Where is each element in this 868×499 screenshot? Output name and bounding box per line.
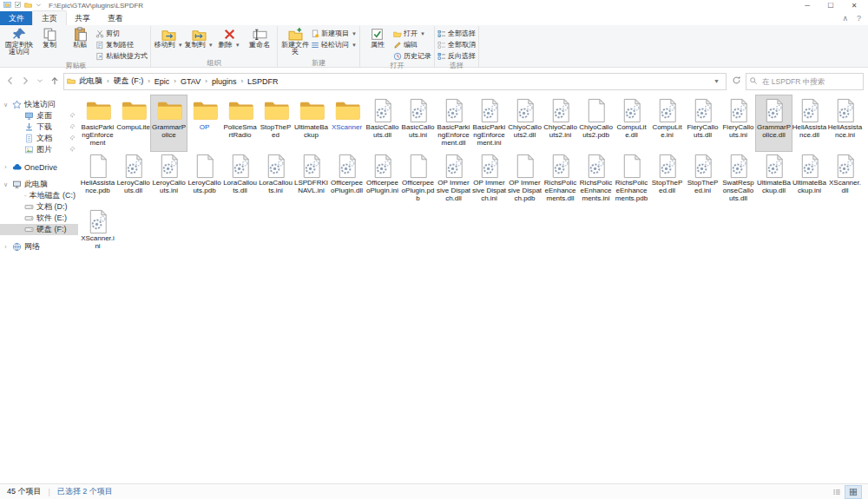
file-BasicParkingEnforcement.ini[interactable]: BasicParkingEnforcement.ini [471, 95, 507, 151]
up-button[interactable] [49, 76, 61, 88]
folder-StopThePed[interactable]: StopThePed [258, 95, 293, 151]
view-list-button[interactable] [829, 486, 845, 498]
select-none-button[interactable]: 全部取消 [437, 40, 476, 49]
file-OP Immersive Dispatch.dll[interactable]: OP Immersive Dispatch.dll [436, 151, 471, 207]
file-OP Immersive Dispatch.ini[interactable]: OP Immersive Dispatch.ini [471, 151, 507, 207]
qat-dropdown-button[interactable] [35, 1, 43, 10]
new-item-button[interactable]: 新建项目▼ [311, 29, 357, 38]
sidebar-item-documents[interactable]: 文档 [0, 133, 78, 144]
tab-tab-共享[interactable]: 共享 [66, 11, 99, 25]
qat-folder-button[interactable] [24, 1, 32, 10]
search-box[interactable] [746, 73, 864, 90]
sidebar-item-pictures[interactable]: 图片 [0, 144, 78, 155]
pin-to-quick-access-button[interactable]: 固定到快速访问 [4, 26, 34, 56]
sidebar-item-quick-access[interactable]: ∨快速访问 [0, 99, 78, 110]
paste-shortcut-button[interactable]: 粘贴快捷方式 [95, 51, 148, 61]
file-HeliAssistance.pdb[interactable]: HeliAssistance.pdb [80, 151, 115, 207]
expand-chevron-icon[interactable]: ∨ [2, 102, 10, 108]
rename-button[interactable]: 重命名 [245, 26, 274, 49]
close-button[interactable]: ✕ [844, 0, 865, 11]
file-LeroyCallouts.dll[interactable]: LeroyCallouts.dll [115, 151, 151, 207]
file-RichsPoliceEnhancements.pdb[interactable]: RichsPoliceEnhancements.pdb [614, 151, 649, 207]
refresh-button[interactable] [729, 76, 743, 87]
file-XScanner.ini[interactable]: XScanner.ini [80, 207, 115, 262]
sidebar-item-desktop[interactable]: 桌面 [0, 110, 78, 121]
tab-home-主页[interactable]: 主页 [33, 11, 66, 25]
sidebar-item-downloads[interactable]: 下载 [0, 121, 78, 133]
file-UltimateBackup.ini[interactable]: UltimateBackup.ini [792, 151, 827, 207]
file-FieryCallouts.dll[interactable]: FieryCallouts.dll [685, 95, 720, 151]
ribbon-collapse-icon[interactable]: ∧ [842, 14, 848, 23]
sidebar-item-network[interactable]: ›网络 [0, 241, 78, 253]
select-all-button[interactable]: 全部选择 [437, 29, 476, 38]
file-XScanner.dll[interactable]: XScanner.dll [827, 151, 863, 207]
explorer-button[interactable] [3, 1, 11, 10]
breadcrumb-item-GTAV[interactable]: GTAV [177, 77, 204, 86]
file-RichsPoliceEnhancements.ini[interactable]: RichsPoliceEnhancements.ini [578, 151, 614, 207]
file-RichsPoliceEnhancements.dll[interactable]: RichsPoliceEnhancements.dll [542, 151, 578, 207]
file-ChiyoCallouts2.ini[interactable]: ChiyoCallouts2.ini [542, 95, 578, 151]
file-CompuLite.ini[interactable]: CompuLite.ini [649, 95, 685, 151]
maximize-button[interactable]: ☐ [820, 0, 841, 11]
file-FieryCallouts.ini[interactable]: FieryCallouts.ini [720, 95, 756, 151]
breadcrumb-item-plugins[interactable]: plugins [208, 77, 240, 86]
open-button[interactable]: 打开▼ [393, 29, 431, 38]
file-LSPDFRKINAVL.ini[interactable]: LSPDFRKINAVL.ini [293, 151, 329, 207]
copy-path-button[interactable]: 复制路径 [95, 40, 148, 49]
file-LoraCallouts.dll[interactable]: LoraCallouts.dll [222, 151, 258, 207]
file-LoraCallouts.ini[interactable]: LoraCallouts.ini [258, 151, 293, 207]
sidebar-item-disk-e[interactable]: 软件 (E:) [0, 213, 78, 224]
file-OfficerpeeoPlugin.ini[interactable]: OfficerpeeoPlugin.ini [365, 151, 400, 207]
copy-to-button[interactable]: 复制到 ▼ [184, 26, 214, 49]
copy-button[interactable]: 复制 [35, 26, 64, 49]
file-ChiyoCallouts2.dll[interactable]: ChiyoCallouts2.dll [507, 95, 542, 151]
properties-button[interactable]: 属性 [363, 26, 392, 49]
help-icon[interactable]: ? [857, 14, 861, 23]
recent-locations-icon[interactable] [34, 76, 46, 87]
expand-chevron-icon[interactable]: › [2, 244, 10, 250]
cut-button[interactable]: 剪切 [95, 29, 148, 38]
sidebar-item-disk-c[interactable]: 本地磁盘 (C:) [0, 190, 78, 201]
file-BasicParkingEnforcement.dll[interactable]: BasicParkingEnforcement.dll [436, 95, 471, 151]
sidebar-item-disk-d[interactable]: 文档 (D:) [0, 201, 78, 213]
breadcrumb-item-Epic[interactable]: Epic [151, 77, 174, 86]
invert-selection-button[interactable]: 反向选择 [437, 51, 476, 61]
file-ChiyoCallouts2.pdb[interactable]: ChiyoCallouts2.pdb [578, 95, 614, 151]
folder-CompuLite[interactable]: CompuLite [115, 95, 151, 151]
folder-GrammarPolice[interactable]: GrammarPolice [151, 95, 187, 151]
forward-button[interactable] [19, 76, 31, 88]
file-SwatResponseCallouts.dll[interactable]: SwatResponseCallouts.dll [720, 151, 756, 207]
back-button[interactable] [4, 76, 16, 88]
file-GrammarPolice.dll[interactable]: GrammarPolice.dll [756, 95, 792, 151]
move-to-button[interactable]: 移动到 ▼ [154, 26, 183, 49]
sidebar-item-this-pc[interactable]: ∨此电脑 [0, 179, 78, 190]
folder-PoliceSmartRadio[interactable]: PoliceSmartRadio [222, 95, 258, 151]
edit-button[interactable]: 编辑 [393, 40, 431, 49]
file-LeroyCallouts.pdb[interactable]: LeroyCallouts.pdb [187, 151, 222, 207]
file-OfficerpeeoPlugin.dll[interactable]: OfficerpeeoPlugin.dll [329, 151, 365, 207]
file-OP Immersive Dispatch.pdb[interactable]: OP Immersive Dispatch.pdb [507, 151, 542, 207]
paste-button[interactable]: 粘贴 [65, 26, 95, 49]
file-HeliAssistance.ini[interactable]: HeliAssistance.ini [827, 95, 863, 151]
file-BasicCallouts.dll[interactable]: BasicCallouts.dll [365, 95, 400, 151]
sidebar-item-onedrive[interactable]: ›OneDrive [0, 161, 78, 173]
file-UltimateBackup.dll[interactable]: UltimateBackup.dll [756, 151, 792, 207]
address-dropdown-icon[interactable]: ▼ [710, 78, 723, 84]
view-icons-button[interactable] [845, 486, 861, 498]
file-CompuLite.dll[interactable]: CompuLite.dll [614, 95, 649, 151]
sidebar-item-disk-f[interactable]: 硬盘 (F:) [0, 224, 78, 235]
address-bar[interactable]: 此电脑›硬盘 (F:)›Epic›GTAV›plugins›LSPDFR▼ [63, 73, 727, 90]
folder-XScanner[interactable]: XScanner [329, 95, 365, 151]
breadcrumb-item-LSPDFR[interactable]: LSPDFR [244, 77, 282, 86]
expand-chevron-icon[interactable]: › [2, 164, 10, 170]
breadcrumb-item-此电脑[interactable]: 此电脑 [76, 76, 106, 87]
history-button[interactable]: 历史记录 [393, 51, 431, 61]
file-StopThePed.ini[interactable]: StopThePed.ini [685, 151, 720, 207]
folder-UltimateBackup[interactable]: UltimateBackup [293, 95, 329, 151]
tab-tab-查看[interactable]: 查看 [99, 11, 132, 25]
qat-properties-button[interactable] [14, 1, 22, 10]
tab-file-文件[interactable]: 文件 [0, 11, 33, 25]
file-BasicCallouts.ini[interactable]: BasicCallouts.ini [400, 95, 436, 151]
expand-chevron-icon[interactable]: ∨ [2, 181, 10, 188]
delete-button[interactable]: 删除 ▼ [214, 26, 244, 49]
